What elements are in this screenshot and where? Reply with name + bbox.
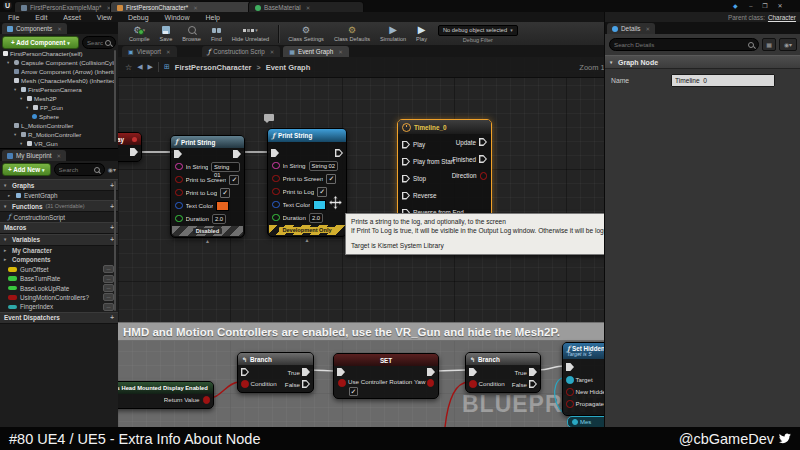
close-tab-icon[interactable]: ✕ — [57, 153, 62, 159]
close-tab-icon[interactable]: ✕ — [338, 49, 343, 55]
bool-pin[interactable] — [175, 176, 183, 184]
exec-out-pin[interactable] — [529, 380, 537, 388]
exec-out-pin[interactable] — [335, 149, 343, 157]
mesh2p-variable-node[interactable]: Mes — [567, 416, 604, 427]
menu-window[interactable]: Window — [157, 14, 198, 21]
components-scrollbar[interactable] — [114, 50, 116, 142]
parent-class-link[interactable]: Character — [768, 14, 796, 21]
menu-file[interactable]: File — [0, 14, 27, 21]
class-settings-button[interactable]: ⚙ Class Settings — [283, 23, 329, 45]
print-string-node-2[interactable]: ƒPrint String In StringString 02 Print t… — [267, 128, 347, 237]
close-tab-icon[interactable]: ✕ — [306, 5, 311, 11]
exec-in-pin[interactable] — [241, 368, 249, 376]
graphs-section-header[interactable]: ▾Graphs+ — [0, 179, 118, 191]
bool-pin[interactable] — [566, 388, 574, 396]
exec-out-pin[interactable] — [529, 368, 537, 376]
color-swatch[interactable] — [313, 200, 326, 210]
in-string-field[interactable]: String 01 — [211, 162, 240, 172]
favorite-star-icon[interactable]: ☆ — [125, 63, 132, 72]
tree-row[interactable]: ▾FirstPersonCamera — [0, 85, 115, 94]
in-string-field[interactable]: String 02 — [309, 161, 339, 171]
eye-closed-icon[interactable]: — — [103, 293, 114, 301]
expander-icon[interactable]: ▾ — [20, 141, 25, 146]
exec-out-pin[interactable] — [130, 148, 138, 156]
add-dispatcher-icon[interactable]: + — [110, 314, 114, 321]
collapse-arrow-icon[interactable]: ▲ — [205, 238, 210, 244]
back-arrow-icon[interactable]: ◀ — [137, 63, 142, 71]
string-pin[interactable] — [175, 163, 183, 171]
save-button[interactable]: Save — [155, 23, 178, 45]
compile-button[interactable]: ⚙▾ Compile — [124, 23, 155, 45]
bool-pin[interactable] — [427, 379, 435, 387]
bool-pin[interactable] — [566, 400, 574, 408]
node-comment-bubble-icon[interactable] — [264, 114, 274, 121]
tree-row[interactable]: ▾FP_Gun — [0, 103, 115, 112]
object-pin[interactable] — [572, 419, 578, 425]
set-hidden-node[interactable]: ƒSet Hidden Target is S Target New Hidde… — [562, 342, 604, 416]
comment-box-header[interactable]: HMD and Motion Controllers are enabled, … — [118, 322, 604, 341]
variable-row[interactable]: BaseLookUpRate— — [0, 283, 118, 292]
exec-out-pin[interactable] — [479, 155, 487, 163]
exec-in-pin[interactable] — [469, 368, 477, 376]
branch-node-2[interactable]: ↰Branch Condition True False — [465, 352, 541, 393]
components-search-input[interactable] — [87, 39, 103, 46]
string-pin[interactable] — [272, 162, 280, 170]
breadcrumb-graph[interactable]: Event Graph — [266, 63, 311, 72]
tree-row[interactable]: Sphere — [0, 112, 115, 121]
eye-closed-icon[interactable]: — — [103, 275, 114, 283]
display-filter-icon[interactable]: ▦ — [762, 38, 776, 51]
functions-section-header[interactable]: ▾Functions(31 Overridable)+ — [0, 200, 118, 212]
exec-in-pin[interactable] — [174, 150, 182, 158]
details-search-input[interactable] — [614, 41, 746, 48]
checkbox-checked[interactable] — [229, 175, 239, 185]
direction-pin[interactable] — [480, 172, 488, 180]
maximize-button[interactable]: ❐ — [759, 2, 771, 10]
menu-debug[interactable]: Debug — [120, 14, 157, 21]
exec-out-pin[interactable] — [479, 138, 487, 146]
breadcrumb-blueprint[interactable]: FirstPersonCharacter — [175, 63, 252, 72]
expander-icon[interactable]: ▾ — [7, 60, 12, 65]
browse-button[interactable]: Browse — [177, 23, 206, 45]
expander-icon[interactable]: ▸ — [8, 193, 13, 198]
variable-row[interactable]: UsingMotionControllers?— — [0, 293, 118, 302]
checkbox-checked[interactable] — [349, 387, 358, 396]
target-pin[interactable] — [566, 376, 574, 384]
tab-components[interactable]: Components ✕ — [2, 23, 67, 34]
play-button[interactable]: ▶ Play — [411, 23, 432, 45]
collapse-arrow-icon[interactable]: ▲ — [305, 237, 310, 243]
my-blueprint-scrollbar[interactable] — [114, 181, 116, 311]
exec-out-pin[interactable] — [302, 380, 310, 388]
menu-edit[interactable]: Edit — [27, 14, 55, 21]
checkbox-checked[interactable] — [326, 174, 336, 184]
tree-row[interactable]: ▾Mesh2P — [0, 94, 115, 103]
simulation-button[interactable]: ▶ Simulation — [375, 23, 411, 45]
bool-pin[interactable] — [272, 188, 280, 196]
expander-icon[interactable]: ▾ — [14, 87, 19, 92]
duration-field[interactable]: 2.0 — [212, 214, 226, 224]
exec-in-pin[interactable] — [402, 175, 410, 183]
branch-node-1[interactable]: ↰Branch Condition True False — [237, 352, 314, 393]
float-pin[interactable] — [272, 214, 280, 222]
close-tab-icon[interactable]: ✕ — [270, 49, 275, 55]
menu-asset[interactable]: Asset — [55, 14, 89, 21]
layout-icon[interactable]: ◆ — [733, 2, 738, 9]
duration-field[interactable]: 2.0 — [309, 213, 323, 223]
exec-in-pin[interactable] — [402, 158, 410, 166]
variable-row[interactable]: BaseTurnRate— — [0, 274, 118, 283]
tab-viewport[interactable]: ▣Viewport✕ — [122, 46, 177, 57]
expander-icon[interactable]: ▾ — [26, 105, 31, 110]
close-tab-icon[interactable]: ✕ — [57, 26, 62, 32]
macros-section-header[interactable]: Macros+ — [0, 222, 118, 234]
condition-pin[interactable] — [241, 380, 249, 388]
minimize-button[interactable]: – — [745, 2, 757, 10]
return-value-pin[interactable] — [203, 396, 211, 404]
category-my-character[interactable]: ▸My Character — [0, 246, 118, 255]
color-pin[interactable] — [272, 201, 280, 209]
my-blueprint-search-input[interactable] — [59, 166, 92, 173]
forward-arrow-icon[interactable]: ▶ — [148, 63, 153, 71]
hmd-enabled-node[interactable]: Is Head Mounted Display Enabled Return V… — [118, 381, 214, 409]
menu-help[interactable]: Help — [197, 14, 227, 21]
construction-script-item[interactable]: ƒConstructionScript — [0, 212, 118, 221]
tab-details[interactable]: Details ✕ — [607, 23, 655, 34]
exec-in-pin[interactable] — [271, 149, 279, 157]
